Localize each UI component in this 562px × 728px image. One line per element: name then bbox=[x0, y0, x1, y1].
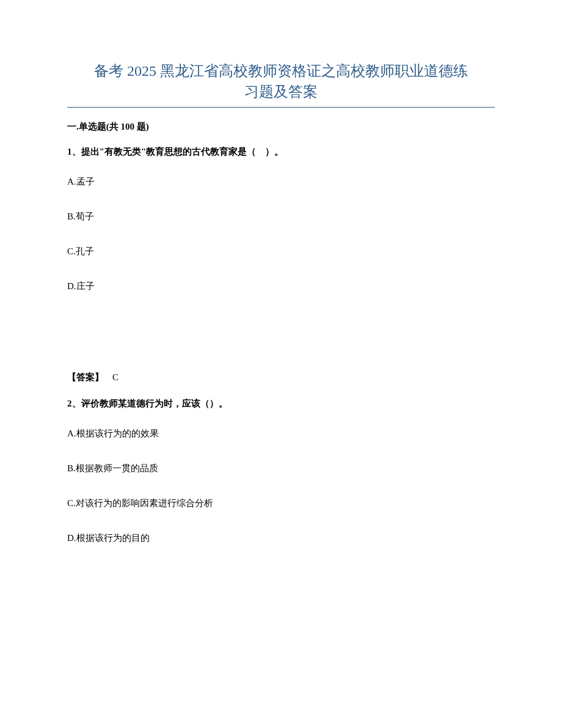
title-divider bbox=[67, 107, 495, 108]
title-line-2: 习题及答案 bbox=[67, 82, 495, 103]
question-1-option-a: A.孟子 bbox=[67, 176, 495, 188]
question-2-text: 2、评价教师某道德行为时，应该（）。 bbox=[67, 398, 495, 410]
section-header: 一.单选题(共 100 题) bbox=[67, 121, 495, 133]
question-1-number: 1、 bbox=[67, 147, 81, 156]
answer-label: 【答案】 bbox=[67, 372, 104, 382]
question-1-answer-block: 【答案】C bbox=[67, 372, 495, 383]
question-2-body: 评价教师某道德行为时，应该（）。 bbox=[81, 399, 228, 408]
question-2: 2、评价教师某道德行为时，应该（）。 A.根据该行为的的效果 B.根据教师一贯的… bbox=[67, 398, 495, 544]
question-1-text: 1、提出"有教无类"教育思想的古代教育家是（ ）。 bbox=[67, 146, 495, 158]
document-title: 备考 2025 黑龙江省高校教师资格证之高校教师职业道德练 习题及答案 bbox=[67, 61, 495, 102]
title-line-1: 备考 2025 黑龙江省高校教师资格证之高校教师职业道德练 bbox=[67, 61, 495, 82]
question-2-number: 2、 bbox=[67, 399, 81, 408]
question-1-body: 提出"有教无类"教育思想的古代教育家是（ ）。 bbox=[81, 147, 284, 156]
question-2-option-d: D.根据该行为的目的 bbox=[67, 532, 495, 544]
question-1-option-c: C.孔子 bbox=[67, 246, 495, 257]
question-1-option-b: B.荀子 bbox=[67, 211, 495, 222]
answer-value: C bbox=[112, 372, 119, 382]
question-1-option-d: D.庄子 bbox=[67, 281, 495, 292]
question-1: 1、提出"有教无类"教育思想的古代教育家是（ ）。 A.孟子 B.荀子 C.孔子… bbox=[67, 146, 495, 383]
question-2-option-b: B.根据教师一贯的品质 bbox=[67, 463, 495, 474]
question-2-option-a: A.根据该行为的的效果 bbox=[67, 428, 495, 439]
question-2-option-c: C.对该行为的影响因素进行综合分析 bbox=[67, 498, 495, 509]
